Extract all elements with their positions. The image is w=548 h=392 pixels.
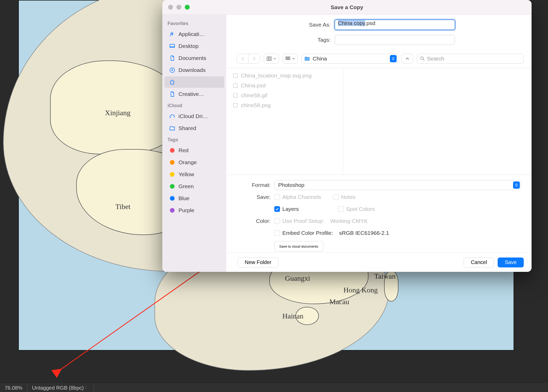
file-item[interactable]: China_location_map.svg.png [226, 71, 343, 81]
back-button[interactable] [237, 54, 248, 63]
color-options-label: Color: [237, 218, 271, 224]
expand-button[interactable] [402, 54, 413, 64]
sidebar-item-downloads[interactable]: Downloads [164, 64, 224, 76]
sidebar-tag-purple[interactable]: Purple [164, 205, 224, 216]
tag-dot-icon [169, 172, 176, 177]
map-label-xinjiang: Xinjiang [105, 109, 130, 117]
color-profile-text: Untagged RGB (8bpc) [32, 385, 84, 391]
search-icon [420, 56, 425, 61]
checkbox-label: Embed Color Profile: [282, 230, 333, 236]
sidebar-item-home[interactable] [164, 76, 224, 88]
app-icon [169, 31, 176, 37]
file-name: chine58.png [241, 102, 271, 108]
sidebar-item-documents[interactable]: Documents [164, 52, 224, 64]
tag-dot-icon [169, 196, 176, 201]
checkbox-label: Alpha Channels [282, 194, 321, 200]
tag-dot-icon [169, 208, 176, 213]
map-label-taiwan: Taiwan [374, 272, 396, 280]
file-item[interactable]: chine58.gif [226, 90, 343, 100]
file-name: China_location_map.svg.png [241, 72, 312, 79]
sidebar-item-applications[interactable]: Applicati… [164, 28, 224, 40]
file-item[interactable]: China.psd [226, 81, 343, 90]
svg-rect-16 [233, 103, 237, 107]
finder-sidebar[interactable]: Favorites Applicati… Desktop Documents D… [162, 15, 226, 272]
save-button[interactable]: Save [498, 258, 524, 267]
sidebar-item-label: Desktop [178, 43, 199, 49]
location-popup[interactable]: China [301, 54, 398, 64]
map-label-macau: Macau [329, 298, 349, 306]
svg-rect-7 [287, 57, 288, 58]
save-dialog: Save a Copy Favorites Applicati… Desktop… [162, 0, 532, 272]
location-name: China [313, 56, 327, 62]
file-browser[interactable]: China_location_map.svg.png China.psd chi… [226, 68, 532, 175]
dialog-titlebar[interactable]: Save a Copy [162, 0, 532, 15]
save-to-cloud-button[interactable]: Save to cloud documents [274, 241, 323, 252]
file-column[interactable]: China_location_map.svg.png China.psd chi… [226, 68, 343, 175]
sidebar-item-label: Purple [178, 207, 194, 213]
sidebar-item-label: Creative… [178, 91, 204, 97]
map-label-guangxi: Guangxi [285, 274, 310, 283]
desktop-icon [169, 43, 176, 49]
sidebar-section-icloud: iCloud [162, 100, 226, 110]
tag-dot-icon [169, 160, 176, 165]
svg-rect-13 [233, 74, 237, 77]
tag-dot-icon [169, 148, 176, 153]
sidebar-tag-red[interactable]: Red [164, 145, 224, 156]
tags-input[interactable] [335, 35, 455, 45]
filename-input[interactable]: China copy.psd [335, 20, 455, 30]
svg-rect-15 [233, 93, 237, 97]
zoom-level[interactable]: 76.08% [0, 384, 27, 392]
search-input[interactable]: Search [417, 54, 524, 64]
layers-checkbox[interactable]: Layers [274, 206, 299, 212]
sidebar-item-label: Red [178, 147, 189, 154]
stepper-icon [390, 55, 397, 62]
folder-icon [304, 56, 310, 61]
tags-label: Tags: [237, 37, 331, 43]
svg-rect-1 [170, 44, 175, 47]
forward-button[interactable] [248, 54, 260, 63]
svg-rect-4 [269, 57, 270, 60]
map-label-tibet: Tibet [115, 203, 130, 211]
download-icon [169, 67, 176, 73]
view-mode-columns[interactable] [264, 54, 279, 64]
sidebar-item-desktop[interactable]: Desktop [164, 40, 224, 52]
chevron-down-icon [273, 58, 276, 60]
format-popup[interactable]: Photoshop [274, 180, 521, 190]
svg-point-12 [421, 57, 424, 60]
checkbox-label: Layers [282, 206, 299, 212]
svg-rect-5 [270, 57, 271, 60]
sidebar-item-shared[interactable]: Shared [164, 123, 224, 134]
checkbox-label: Notes [341, 194, 355, 200]
svg-rect-14 [233, 83, 237, 87]
filename-selected: China copy [338, 20, 365, 26]
sidebar-tag-orange[interactable]: Orange [164, 157, 224, 168]
svg-rect-8 [289, 57, 290, 58]
sidebar-item-label: iCloud Dri… [178, 113, 208, 119]
sidebar-item-icloud-drive[interactable]: iCloud Dri… [164, 111, 224, 122]
format-label: Format: [237, 182, 271, 188]
file-name: China.psd [241, 82, 266, 89]
sidebar-item-label: Shared [178, 125, 196, 131]
shared-folder-icon [169, 125, 176, 131]
sidebar-item-label: Orange [178, 159, 197, 166]
sidebar-tag-blue[interactable]: Blue [164, 193, 224, 204]
preview-column [343, 68, 532, 175]
sidebar-item-creative[interactable]: Creative… [164, 88, 224, 100]
document-icon [169, 91, 176, 97]
spot-colors-checkbox: Spot Colors [338, 206, 375, 212]
sidebar-tag-yellow[interactable]: Yellow [164, 169, 224, 180]
document-icon [169, 55, 176, 61]
sidebar-tag-green[interactable]: Green [164, 181, 224, 192]
embed-profile-checkbox[interactable]: Embed Color Profile: sRGB IEC61966-2.1 [274, 230, 389, 236]
group-by-button[interactable] [283, 54, 298, 64]
new-folder-button[interactable]: New Folder [238, 258, 278, 267]
browser-toolbar: China Search [226, 51, 532, 68]
cancel-button[interactable]: Cancel [464, 258, 494, 267]
file-item[interactable]: chine58.png [226, 100, 343, 110]
save-options-label: Save: [237, 194, 271, 200]
tag-dot-icon [169, 184, 176, 189]
sidebar-item-label: Yellow [178, 171, 194, 177]
svg-rect-10 [287, 59, 288, 60]
color-profile-status[interactable]: Untagged RGB (8bpc) 〉 [27, 384, 94, 392]
cloud-icon [169, 113, 176, 119]
